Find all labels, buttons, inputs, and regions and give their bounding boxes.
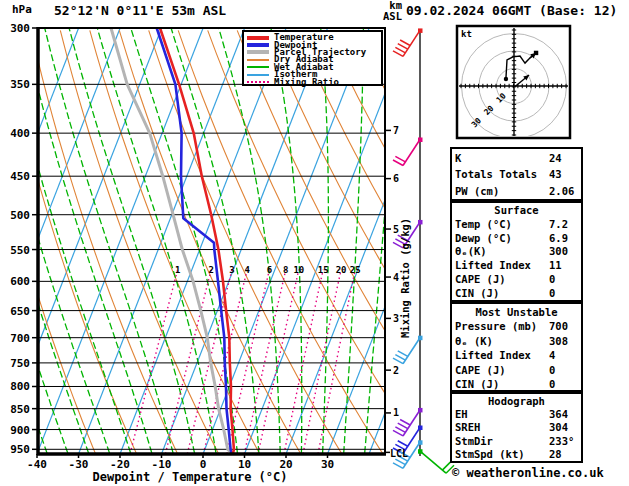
mixing-ratio-label: 3 (229, 265, 234, 275)
legend-swatch (247, 36, 269, 40)
lcl-label: LCL (390, 448, 408, 459)
stats-row-label: Temp (°C) (455, 218, 512, 230)
pressure-tick-label: 300 (10, 22, 30, 35)
stats-row: Dewp (°C)6.9 (455, 232, 578, 246)
stats-row-value: 364 (549, 408, 568, 421)
stats-row-label: θₑ(K) (455, 245, 487, 257)
station-title: 52°12'N 0°11'E 53m ASL (54, 3, 226, 18)
stats-row-label: K (455, 152, 461, 164)
wind-barb-feather (400, 420, 410, 426)
wind-barb-feather (395, 47, 405, 53)
stats-row-label: SREH (455, 421, 480, 433)
wind-barb-shaft (403, 139, 420, 165)
wind-barb-feather (398, 441, 408, 447)
pressure-tick-label: 450 (10, 170, 30, 183)
wet-adiabat-line (23, 28, 152, 453)
wind-barb (393, 336, 423, 364)
stats-table: HodographEH364SREH304StmDir233°StmSpd (k… (450, 392, 583, 463)
stats-table: SurfaceTemp (°C)7.2Dewp (°C)6.9θₑ(K)300L… (450, 201, 583, 302)
pressure-tick-label: 800 (10, 380, 30, 393)
stats-row: CAPE (J)0 (455, 273, 578, 287)
mixing-ratio-label: 8 (283, 265, 288, 275)
wind-barb-feather (395, 355, 405, 361)
altitude-unit-asl: ASL (374, 11, 402, 22)
stats-row-label: StmDir (455, 435, 493, 447)
stats-row-value: 4 (549, 348, 555, 362)
pressure-tick-label: 600 (10, 275, 30, 288)
legend-swatch (247, 74, 269, 76)
stats-table-title: Most Unstable (455, 305, 578, 319)
mixing-ratio-label: 15 (318, 265, 329, 275)
mixing-ratio-line (303, 270, 341, 454)
hodograph-unit-label: kt (461, 29, 472, 39)
pressure-tick-label: 500 (10, 209, 30, 222)
pressure-tick-label: 900 (10, 424, 30, 437)
stats-row: θₑ(K)300 (455, 245, 578, 259)
mixing-ratio-labels: 12346810152025 (175, 265, 361, 275)
stats-table-title: Hodograph (455, 395, 578, 408)
mixing-ratio-label: 4 (244, 265, 250, 275)
wet-adiabats-group (0, 28, 399, 453)
km-tick-label: 7 (393, 125, 399, 136)
stats-row: K24 (455, 150, 578, 166)
stats-row: Lifted Index4 (455, 348, 578, 362)
wind-barb-feather (398, 423, 408, 429)
hodograph-trace-start (504, 77, 508, 81)
stats-row: Lifted Index11 (455, 259, 578, 273)
stats-row-label: θₑ (K) (455, 335, 493, 347)
legend-item: Mixing Ratio (247, 78, 381, 85)
stats-row-value: 6.9 (549, 232, 568, 246)
pressure-tick-label: 400 (10, 127, 30, 140)
stats-row-label: Lifted Index (455, 349, 531, 361)
stats-row-label: PW (cm) (455, 185, 499, 197)
stats-row-value: 0 (549, 273, 555, 287)
stats-row-value: 7.2 (549, 218, 568, 232)
stats-row-value: 43 (549, 166, 562, 182)
km-tick-label: 1 (393, 407, 399, 418)
legend-swatch (247, 66, 269, 68)
skewt-chart-page: 1234681015202530035040045050055060065070… (0, 0, 629, 486)
stats-row: SREH304 (455, 421, 578, 434)
dry-adiabat-line (90, 30, 260, 454)
stats-row-value: 300 (549, 245, 568, 259)
wet-adiabat-line (97, 28, 216, 453)
legend: TemperatureDewpointParcel TrajectoryDry … (242, 30, 383, 86)
stats-row-label: Lifted Index (455, 259, 531, 271)
stats-row-label: CIN (J) (455, 287, 499, 299)
stats-row-label: Totals Totals (455, 168, 537, 180)
wind-barb-feather (393, 160, 403, 166)
stats-row-value: 308 (549, 334, 568, 348)
stats-row: CAPE (J)0 (455, 363, 578, 377)
isotherm-line (162, 28, 328, 454)
pressure-tick-label: 750 (10, 357, 30, 370)
wind-barb-feather (398, 351, 408, 357)
wind-barb-feather (398, 44, 408, 50)
mixing-ratio-label: 2 (209, 265, 214, 275)
mixing-ratio-label: 10 (293, 265, 304, 275)
stats-row: CIN (J)0 (455, 377, 578, 391)
legend-item-label: Mixing Ratio (274, 79, 339, 86)
stats-row-value: 0 (549, 287, 555, 301)
isotherm-line (79, 28, 245, 454)
wind-barb-shaft (420, 451, 446, 473)
stats-row-label: CAPE (J) (455, 273, 506, 285)
wind-barb-feather (395, 459, 405, 465)
km-tick-label: 6 (393, 173, 399, 184)
stats-table-title: Surface (455, 204, 578, 218)
km-tick-label: 2 (393, 365, 399, 376)
km-axis-labels: 7654321 (385, 125, 399, 452)
wind-barb-feather (442, 462, 450, 470)
copyright: © weatheronline.co.uk (452, 466, 604, 480)
dry-adiabat-line (208, 30, 424, 454)
stats-row-value: 0 (549, 377, 555, 391)
stats-row-value: 2.06 (549, 183, 574, 199)
temp-axis-labels: -40-30-20-100102030Dewpoint / Temperatur… (27, 454, 334, 484)
pressure-tick-label: 700 (10, 332, 30, 345)
wet-adiabat-line (344, 28, 364, 453)
stats-row-label: StmSpd (kt) (455, 448, 525, 460)
stats-row-label: EH (455, 408, 468, 420)
altitude-axis-unit: km ASL (374, 0, 402, 22)
stats-row-label: CIN (J) (455, 378, 499, 390)
mixing-ratio-label: 6 (267, 265, 272, 275)
dewpoint-curve (157, 28, 232, 454)
